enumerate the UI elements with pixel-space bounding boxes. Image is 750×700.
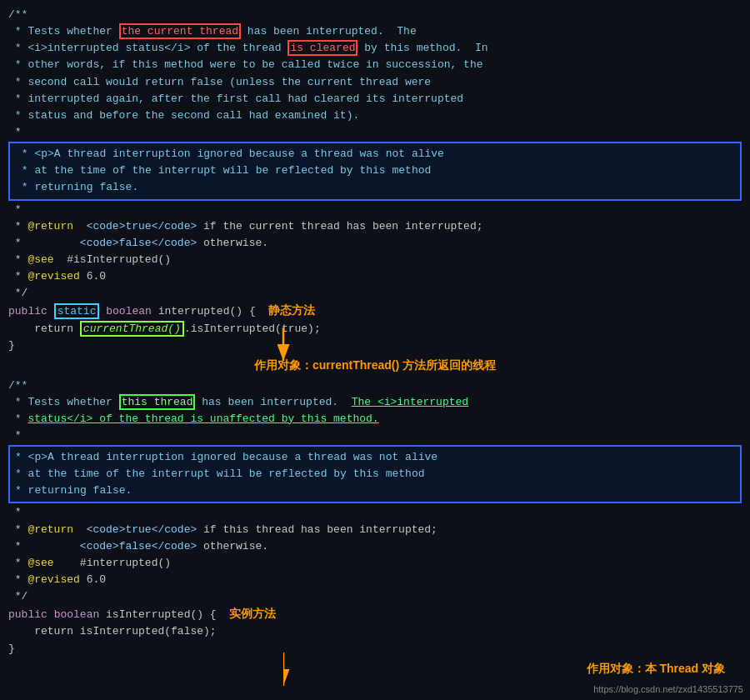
line-36: }	[8, 641, 742, 658]
line-8: *	[8, 124, 742, 141]
line-13: * @return <code>true</code> if the curre…	[8, 218, 742, 235]
underline-status: status</i> of the thread is unaffected b…	[28, 412, 378, 425]
line-3: * <i>interrupted status</i> of the threa…	[8, 40, 742, 57]
line-33: */	[8, 588, 742, 605]
method-box-currentthread: currentThread()	[80, 321, 184, 337]
return-keyword-2: @return	[28, 523, 73, 536]
line-18: public static boolean interrupted() { 静态…	[8, 302, 742, 320]
see-keyword-2: @see	[28, 557, 53, 569]
keyword-boolean: boolean	[106, 305, 152, 318]
static-method-label: 静态方法	[268, 303, 315, 317]
line-2: * Tests whether the current thread has b…	[8, 23, 742, 40]
line-11: * returning false.	[15, 179, 735, 196]
highlight-this-thread: this thread	[119, 394, 196, 410]
line-1: /**	[8, 7, 742, 23]
return-keyword: @return	[28, 220, 73, 232]
keyword-boolean-2: boolean	[54, 608, 100, 621]
line-29: * @return <code>true</code> if this thre…	[8, 522, 742, 538]
line-28: *	[8, 504, 742, 521]
line-30: * <code>false</code> otherwise.	[8, 538, 742, 555]
static-box: static	[54, 303, 100, 319]
code-tag-4: <code>false</code>	[80, 540, 197, 552]
code-tag-2: <code>false</code>	[80, 237, 197, 249]
line-6: * interrupted again, after the first cal…	[8, 91, 742, 108]
line-9: * <p>A thread interruption ignored becau…	[15, 146, 735, 162]
line-17: */	[8, 285, 742, 302]
line-21: /**	[8, 378, 742, 394]
keyword-public: public	[8, 305, 48, 318]
line-31: * @see #interrupted()	[8, 555, 742, 572]
line-16: * @revised 6.0	[8, 268, 742, 285]
see-keyword: @see	[28, 253, 53, 266]
keyword-public-2: public	[8, 608, 48, 621]
line-20: }	[8, 338, 742, 354]
blue-box-2: * <p>A thread interruption ignored becau…	[8, 445, 742, 503]
line-4: * other words, if this method were to be…	[8, 57, 742, 73]
watermark: https://blog.csdn.net/zxd1435513775	[593, 682, 743, 697]
line-7: * status and before the second call had …	[8, 108, 742, 124]
line-19: return currentThread().isInterrupted(tru…	[8, 321, 742, 338]
code-tag-3: <code>true</code>	[87, 523, 198, 536]
blue-box-1: * <p>A thread interruption ignored becau…	[8, 142, 742, 200]
line-26: * at the time of the interrupt will be r…	[15, 466, 735, 482]
line-24: *	[8, 428, 742, 444]
line-34: public boolean isInterrupted() { 实例方法	[8, 605, 742, 623]
line-25: * <p>A thread interruption ignored becau…	[15, 449, 735, 466]
code-viewer: /** * Tests whether the current thread h…	[0, 0, 750, 700]
highlight-current-thread: the current thread	[119, 23, 241, 39]
underline-the-interrupted: The <i>interrupted	[352, 396, 468, 408]
line-32: * @revised 6.0	[8, 572, 742, 588]
line-5: * second call would return false (unless…	[8, 74, 742, 91]
line-15: * @see #isInterrupted()	[8, 252, 742, 268]
line-14: * <code>false</code> otherwise.	[8, 235, 742, 252]
code-tag-1: <code>true</code>	[87, 220, 198, 232]
line-22: * Tests whether this thread has been int…	[8, 394, 742, 411]
instance-method-label: 实例方法	[229, 607, 276, 620]
line-27: * returning false.	[15, 482, 735, 499]
revised-keyword: @revised	[28, 270, 79, 282]
highlight-is-cleared: is cleared	[288, 40, 358, 56]
annotation-static: 作用对象：currentThread() 方法所返回的线程	[8, 357, 742, 375]
line-10: * at the time of the interrupt will be r…	[15, 162, 735, 179]
revised-keyword-2: @revised	[28, 573, 79, 586]
line-35: return isInterrupted(false);	[8, 623, 742, 640]
line-12: *	[8, 202, 742, 218]
line-23: * status</i> of the thread is unaffected…	[8, 411, 742, 428]
annotation-instance: 作用对象：本 Thread 对象	[8, 660, 742, 678]
